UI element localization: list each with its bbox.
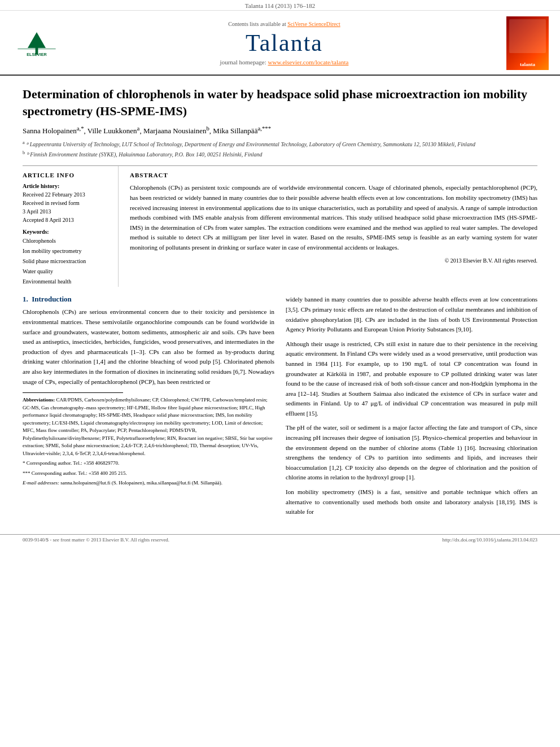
affil-a: a ᵃ Lappeenranta University of Technolog… [23,139,537,148]
tel-item: * Corresponding author. Tel.: +358 40682… [23,460,274,468]
sup-b: b [206,125,209,132]
intro-body-left: Chlorophenols (CPs) are serious environm… [23,307,274,387]
intro-heading: 1. Introduction [23,295,274,304]
keywords-list: Chlorophenols Ion mobility spectrometry … [23,236,112,287]
abstract-heading: ABSTRACT [130,172,537,178]
abstract-panel: ABSTRACT Chlorophenols (CPs) as persiste… [130,166,537,287]
sup-a2: a [137,125,140,132]
body-right-para3: The pH of the water, soil or sediment is… [286,423,537,483]
keyword-5: Environmental health [23,277,112,287]
journal-header: ELSEVIER Contents lists available at Sci… [0,11,560,76]
sup-b-affil: b [23,150,25,155]
footnotes-block: Abbreviations: CAR/PDMS, Carboxen/polydi… [23,396,274,487]
keyword-1: Chlorophenols [23,236,112,246]
abstract-text: Chlorophenols (CPs) as persistent toxic … [130,183,537,265]
email-item: E-mail addresses: sanna.holopainen@lut.f… [23,479,274,487]
affil-b: b ᵇ Finnish Environment Institute (SYKE)… [23,150,537,159]
abbrev-label: Abbreviations: [23,397,55,403]
info-abstract-section: ARTICLE INFO Article history: Received 2… [23,165,537,287]
citation-text: Talanta 114 (2013) 176–182 [245,2,315,9]
journal-name: Talanta [68,29,501,56]
authors-line: Sanna Holopainena,*, Ville Luukkonena, M… [23,125,537,136]
homepage-link[interactable]: www.elsevier.com/locate/talanta [268,59,349,65]
body-right-para2: Although their usage is restricted, CPs … [286,339,537,419]
affiliations: a ᵃ Lappeenranta University of Technolog… [23,139,537,159]
page: Talanta 114 (2013) 176–182 ELSEVIER Cont… [0,0,560,747]
keyword-4: Water quality [23,267,112,277]
svg-text:ELSEVIER: ELSEVIER [27,52,47,57]
body-col-left: 1. Introduction Chlorophenols (CPs) are … [23,295,274,521]
main-content: Determination of chlorophenols in water … [0,76,560,527]
history-label: Article history: [23,183,112,189]
email-label: E-mail addresses: [23,480,59,486]
talanta-cover: talanta [506,16,549,70]
cover-label: talanta [520,62,535,67]
tel-label: * Corresponding author. Tel.: +358 40682… [23,460,119,466]
abbrev-text: CAR/PDMS, Carboxen/polydimethylsiloxane;… [23,397,273,456]
body-section: 1. Introduction Chlorophenols (CPs) are … [23,295,537,521]
article-info-heading: ARTICLE INFO [23,172,112,178]
elsevier-svg-logo: ELSEVIER [14,30,59,57]
sup-a-affil: a [23,140,25,145]
sciverse-bar: Contents lists available at SciVerse Sci… [68,21,501,27]
affil-a-text: ᵃ Lappeenranta University of Technology,… [26,141,475,147]
keyword-3: Solid phase microextraction [23,256,112,267]
accepted-date: Accepted 8 April 2013 [23,216,112,224]
sup-star: * [81,125,84,132]
body-col-right: widely banned in many countries due to p… [286,295,537,521]
sciverse-link[interactable]: SciVerse ScienceDirect [287,21,340,27]
doi-text: http://dx.doi.org/10.1016/j.talanta.2013… [442,537,537,543]
footnote-rule [23,392,123,393]
tel2-label: *** Corresponding author. Tel.: +358 400… [23,470,127,476]
citation-bar: Talanta 114 (2013) 176–182 [0,0,560,11]
keyword-2: Ion mobility spectrometry [23,246,112,256]
article-info-panel: ARTICLE INFO Article history: Received 2… [23,166,119,287]
copyright-notice: © 2013 Elsevier B.V. All rights reserved… [130,256,537,265]
body-right-para1: widely banned in many countries due to p… [286,295,537,334]
article-title: Determination of chlorophenols in water … [23,86,537,119]
cover-image-decoration [509,19,546,53]
affil-b-text: ᵇ Finnish Environment Institute (SYKE), … [27,151,262,158]
issn-text: 0039-9140/$ - see front matter © 2013 El… [23,537,169,543]
intro-body-right: widely banned in many countries due to p… [286,295,537,517]
received-revised: Received in revised form3 April 2013 [23,199,112,216]
received-date: Received 22 February 2013 [23,190,112,199]
email-text: sanna.holopainen@lut.fi (S. Holopainen),… [60,480,222,486]
keywords-label: Keywords: [23,229,112,235]
abstract-paragraph: Chlorophenols (CPs) as persistent toxic … [130,183,537,252]
journal-title-block: Contents lists available at SciVerse Sci… [68,21,501,65]
elsevier-logo: ELSEVIER [11,30,62,57]
journal-homepage: journal homepage: www.elsevier.com/locat… [68,59,501,65]
tel2-item: *** Corresponding author. Tel.: +358 400… [23,470,274,478]
bottom-bar: 0039-9140/$ - see front matter © 2013 El… [0,534,560,545]
abbreviations-item: Abbreviations: CAR/PDMS, Carboxen/polydi… [23,396,274,457]
body-right-para4: Ion mobility spectrometry (IMS) is a fas… [286,487,537,517]
sup-a3: a,*** [257,125,271,132]
